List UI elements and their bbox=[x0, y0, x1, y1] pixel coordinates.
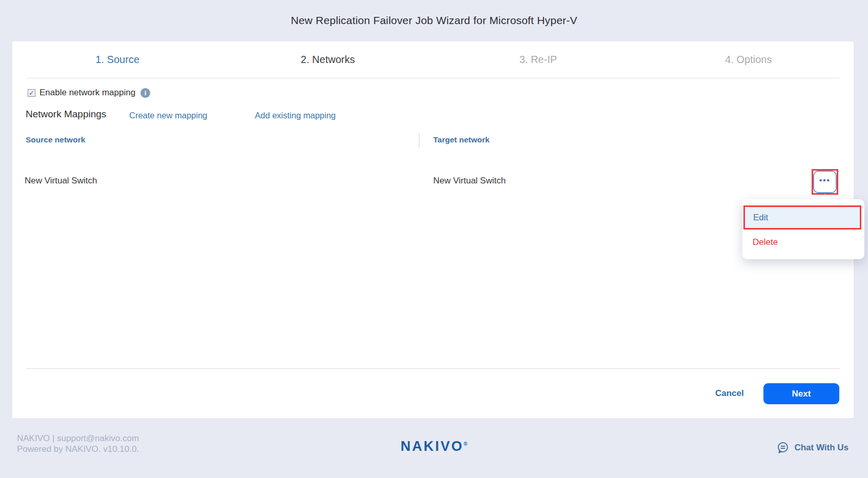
target-network-column-header: Target network bbox=[433, 135, 490, 144]
network-mappings-heading: Network Mappings bbox=[26, 109, 106, 120]
checkbox-check-icon: ✓ bbox=[29, 90, 34, 96]
enable-network-mapping-label: Enable network mapping bbox=[39, 88, 135, 98]
tab-options[interactable]: 4. Options bbox=[643, 54, 854, 66]
tab-networks[interactable]: 2. Networks bbox=[223, 54, 433, 66]
row-actions-menu: Edit Delete bbox=[742, 199, 864, 259]
next-button[interactable]: Next bbox=[763, 383, 839, 404]
cancel-button[interactable]: Cancel bbox=[715, 388, 744, 399]
menu-item-delete-label: Delete bbox=[753, 237, 778, 247]
wizard-window: New Replication Failover Job Wizard for … bbox=[0, 0, 868, 478]
tab-source[interactable]: 1. Source bbox=[12, 54, 223, 66]
wizard-steps: 1. Source 2. Networks 3. Re-IP 4. Option… bbox=[12, 41, 854, 78]
nakivo-logo: NAKIVO® bbox=[0, 439, 868, 454]
nakivo-logo-text: NAKIVO bbox=[400, 439, 463, 454]
mapping-row-source-value: New Virtual Switch bbox=[25, 176, 97, 186]
page-title: New Replication Failover Job Wizard for … bbox=[0, 14, 868, 27]
wizard-card: 1. Source 2. Networks 3. Re-IP 4. Option… bbox=[12, 41, 854, 418]
info-icon[interactable]: i bbox=[140, 88, 150, 98]
chat-with-us-label: Chat With Us bbox=[794, 443, 849, 453]
source-network-column-header: Source network bbox=[26, 135, 85, 144]
menu-item-edit[interactable]: Edit bbox=[743, 205, 861, 230]
info-icon-glyph: i bbox=[145, 89, 147, 97]
enable-network-mapping-checkbox[interactable]: ✓ bbox=[28, 89, 35, 97]
create-new-mapping-link[interactable]: Create new mapping bbox=[129, 111, 207, 120]
chat-bubble-icon bbox=[777, 442, 789, 454]
row-actions-button[interactable]: ••• bbox=[813, 171, 837, 193]
ellipsis-icon: ••• bbox=[819, 180, 831, 183]
column-divider bbox=[419, 133, 419, 148]
chat-with-us-button[interactable]: Chat With Us bbox=[777, 442, 849, 454]
tabs-divider bbox=[27, 78, 839, 78]
registered-mark: ® bbox=[463, 441, 467, 447]
mapping-row-target-value: New Virtual Switch bbox=[433, 176, 506, 186]
actions-divider bbox=[26, 368, 840, 369]
tab-re-ip[interactable]: 3. Re-IP bbox=[433, 54, 643, 66]
enable-network-mapping-row: ✓ Enable network mapping i bbox=[28, 88, 150, 98]
add-existing-mapping-link[interactable]: Add existing mapping bbox=[255, 111, 336, 120]
menu-item-delete[interactable]: Delete bbox=[742, 230, 864, 255]
menu-item-edit-label: Edit bbox=[753, 213, 768, 223]
